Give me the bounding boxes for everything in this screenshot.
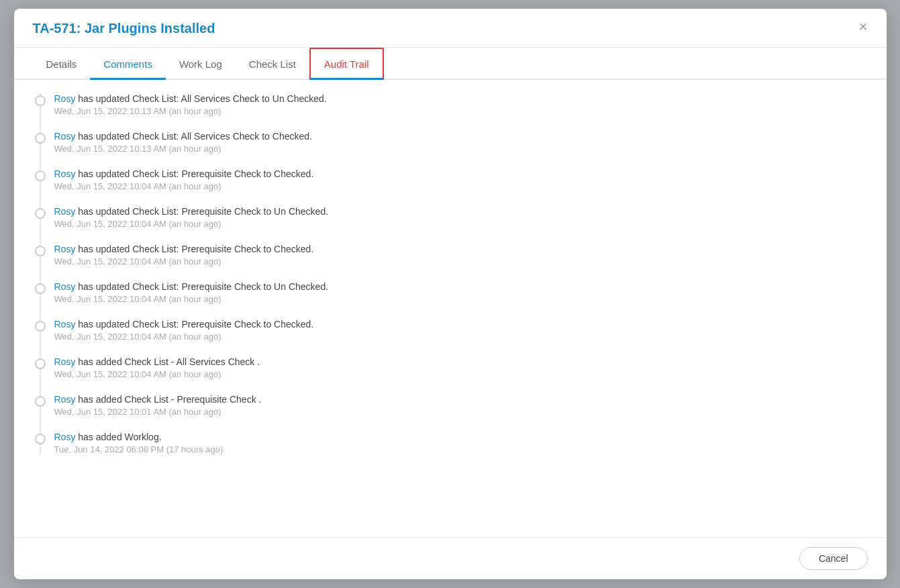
audit-action: has updated Check List: All Services Che… [75,93,326,104]
audit-dot-icon [35,246,46,256]
audit-item: Rosy has updated Check List: Prerequisit… [41,319,868,342]
audit-text: Rosy has added Check List - All Services… [54,356,260,367]
tab-worklog[interactable]: Work Log [166,49,236,80]
audit-action: has added Check List - Prerequisite Chec… [75,394,261,405]
audit-dot-icon [35,170,46,181]
audit-text: Rosy has added Worklog. [54,432,223,442]
audit-user: Rosy [54,168,76,179]
audit-item: Rosy has updated Check List: Prerequisit… [41,206,868,229]
modal: TA-571: Jar Plugins Installed × Details … [14,9,887,579]
audit-dot-icon [35,396,46,407]
modal-title: TA-571: Jar Plugins Installed [33,21,215,47]
audit-user: Rosy [54,394,76,405]
audit-timestamp: Wed, Jun 15, 2022 10:04 AM (an hour ago) [54,219,329,229]
audit-text: Rosy has updated Check List: Prerequisit… [54,168,314,179]
cancel-button[interactable]: Cancel [799,547,868,570]
modal-overlay: TA-571: Jar Plugins Installed × Details … [0,0,900,588]
audit-dot-icon [35,321,46,332]
audit-content: Rosy has updated Check List: Prerequisit… [54,319,314,342]
audit-text: Rosy has updated Check List: All Service… [54,93,327,104]
audit-text: Rosy has updated Check List: Prerequisit… [54,319,314,330]
audit-item: Rosy has updated Check List: All Service… [41,93,868,116]
audit-action: has added Worklog. [75,432,161,442]
audit-text: Rosy has updated Check List: Prerequisit… [54,281,329,292]
audit-timestamp: Wed, Jun 15, 2022 10:04 AM (an hour ago) [54,256,314,266]
audit-user: Rosy [54,206,76,217]
audit-user: Rosy [54,356,76,367]
audit-timestamp: Wed, Jun 15, 2022 10:04 AM (an hour ago) [54,181,314,191]
audit-item: Rosy has updated Check List: Prerequisit… [41,244,868,266]
audit-timestamp: Wed, Jun 15, 2022 10:04 AM (an hour ago) [54,294,329,304]
audit-timestamp: Wed, Jun 15, 2022 10:04 AM (an hour ago) [54,332,314,342]
audit-content: Rosy has updated Check List: All Service… [54,131,312,154]
audit-dot-icon [35,133,46,144]
audit-item: Rosy has updated Check List: All Service… [41,131,868,154]
audit-user: Rosy [54,131,76,142]
tab-checklist[interactable]: Check List [236,49,309,80]
audit-action: has updated Check List: Prerequisite Che… [75,168,313,179]
audit-timestamp: Wed, Jun 15, 2022 10:13 AM (an hour ago) [54,106,327,116]
audit-action: has updated Check List: Prerequisite Che… [75,319,313,330]
close-button[interactable]: × [856,19,870,34]
audit-action: has added Check List - All Services Chec… [75,356,260,367]
audit-timestamp: Wed, Jun 15, 2022 10:13 AM (an hour ago) [54,144,312,154]
audit-action: has updated Check List: All Services Che… [75,131,312,142]
tab-bar: Details Comments Work Log Check List Aud… [14,48,887,80]
audit-content: Rosy has updated Check List: Prerequisit… [54,281,329,304]
modal-body: Rosy has updated Check List: All Service… [14,80,887,537]
audit-text: Rosy has updated Check List: Prerequisit… [54,244,314,254]
audit-dot-icon [35,434,46,444]
audit-item: Rosy has added Check List - Prerequisite… [41,394,868,417]
audit-timestamp: Wed, Jun 15, 2022 10:04 AM (an hour ago) [54,369,260,379]
tab-audittrail[interactable]: Audit Trail [309,48,384,80]
audit-user: Rosy [54,244,76,254]
audit-content: Rosy has added Check List - All Services… [54,356,260,379]
audit-user: Rosy [54,281,76,292]
audit-content: Rosy has updated Check List: All Service… [54,93,327,116]
audit-item: Rosy has added Worklog.Tue, Jun 14, 2022… [41,432,868,454]
audit-item: Rosy has updated Check List: Prerequisit… [41,168,868,191]
audit-action: has updated Check List: Prerequisite Che… [75,281,328,292]
audit-user: Rosy [54,319,76,330]
audit-content: Rosy has added Check List - Prerequisite… [54,394,262,417]
audit-action: has updated Check List: Prerequisite Che… [75,244,313,254]
tab-details[interactable]: Details [33,49,91,80]
audit-item: Rosy has added Check List - All Services… [41,356,868,379]
audit-content: Rosy has updated Check List: Prerequisit… [54,206,329,229]
tab-comments[interactable]: Comments [90,49,166,80]
audit-text: Rosy has updated Check List: Prerequisit… [54,206,329,217]
audit-content: Rosy has updated Check List: Prerequisit… [54,168,314,191]
audit-dot-icon [35,208,46,219]
modal-footer: Cancel [14,537,887,579]
modal-header: TA-571: Jar Plugins Installed × [14,9,887,48]
audit-list: Rosy has updated Check List: All Service… [40,93,868,454]
audit-content: Rosy has updated Check List: Prerequisit… [54,244,314,266]
audit-timestamp: Wed, Jun 15, 2022 10:01 AM (an hour ago) [54,407,262,417]
audit-item: Rosy has updated Check List: Prerequisit… [41,281,868,304]
audit-text: Rosy has added Check List - Prerequisite… [54,394,262,405]
audit-text: Rosy has updated Check List: All Service… [54,131,312,142]
audit-content: Rosy has added Worklog.Tue, Jun 14, 2022… [54,432,223,454]
audit-user: Rosy [54,93,76,104]
audit-dot-icon [35,95,46,106]
audit-dot-icon [35,358,46,369]
audit-action: has updated Check List: Prerequisite Che… [75,206,328,217]
audit-timestamp: Tue, Jun 14, 2022 06:08 PM (17 hours ago… [54,444,223,454]
audit-dot-icon [35,283,46,294]
audit-user: Rosy [54,432,76,442]
